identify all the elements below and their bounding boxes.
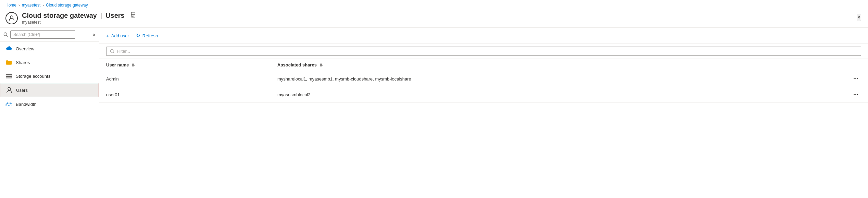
sidebar-item-label-storage: Storage accounts [16,74,50,79]
cell-shares: myasesmblocal2 [271,87,844,103]
filter-container [106,47,861,56]
table-row: Admin mysharelocal1, myasesmb1, mysmb-cl… [99,71,868,87]
sidebar-search-input[interactable] [10,30,75,39]
sidebar-item-bandwidth[interactable]: Bandwidth [0,97,99,111]
filter-row [99,44,868,59]
svg-line-6 [7,35,8,36]
page-header: Cloud storage gateway | Users myasetest … [0,10,868,28]
breadcrumb: Home › myasetest › Cloud storage gateway [0,0,868,10]
add-user-button[interactable]: + Add user [106,32,129,40]
svg-point-13 [8,105,9,106]
content-area: + Add user ↻ Refresh [99,28,868,198]
search-icon [3,32,8,37]
close-button[interactable]: × [857,14,861,21]
sidebar-search-container: « [0,28,99,42]
sidebar-item-storage-accounts[interactable]: Storage accounts [0,69,99,83]
sort-icon-username: ⇅ [131,63,135,67]
svg-rect-4 [132,16,134,17]
page-title: Cloud storage gateway | Users [22,12,136,20]
sidebar: « Overview Shares [0,28,99,198]
sidebar-item-label-shares: Shares [16,60,30,65]
svg-point-12 [8,87,11,90]
toolbar: + Add user ↻ Refresh [99,28,868,44]
print-button[interactable] [130,12,136,20]
user-icon [6,87,13,94]
resource-icon [5,12,18,24]
cell-actions: ··· [844,87,868,103]
sidebar-item-overview[interactable]: Overview [0,42,99,55]
cell-actions: ··· [844,71,868,87]
sidebar-item-shares[interactable]: Shares [0,55,99,69]
cell-shares: mysharelocal1, myasesmb1, mysmb-cloudsha… [271,71,844,87]
refresh-icon: ↻ [136,33,140,39]
breadcrumb-sep-2: › [42,3,44,7]
breadcrumb-home[interactable]: Home [5,3,16,8]
sidebar-item-label-users: Users [16,88,28,93]
col-header-actions [844,59,868,71]
breadcrumb-sep-1: › [18,3,20,7]
refresh-button[interactable]: ↻ Refresh [136,31,158,40]
bandwidth-icon [5,101,12,108]
row-actions-button[interactable]: ··· [851,90,861,99]
storage-icon [5,73,12,79]
resource-subtitle: myasetest [22,20,136,25]
filter-search-icon [110,49,115,54]
row-actions-button[interactable]: ··· [851,75,861,83]
sort-icon-shares: ⇅ [319,63,323,67]
breadcrumb-myasetest[interactable]: myasetest [22,3,41,8]
svg-rect-1 [131,12,135,15]
folder-icon [5,59,12,66]
breadcrumb-current: Cloud storage gateway [46,3,88,8]
add-icon: + [106,33,109,39]
cloud-icon [5,45,12,52]
sidebar-item-users[interactable]: Users [0,83,99,97]
sidebar-item-label-bandwidth: Bandwidth [16,102,37,107]
add-user-label: Add user [111,33,129,38]
users-table-container: User name ⇅ Associated shares ⇅ Admin [99,59,868,198]
users-table: User name ⇅ Associated shares ⇅ Admin [99,59,868,103]
col-header-username[interactable]: User name ⇅ [99,59,271,71]
filter-input[interactable] [117,49,857,54]
refresh-label: Refresh [142,33,158,38]
sidebar-item-label-overview: Overview [16,46,34,51]
table-row: user01 myasesmblocal2 ··· [99,87,868,103]
col-header-shares[interactable]: Associated shares ⇅ [271,59,844,71]
cell-username: user01 [99,87,271,103]
sidebar-collapse-button[interactable]: « [92,32,96,38]
svg-rect-7 [6,74,12,75]
cell-username: Admin [99,71,271,87]
svg-line-15 [113,52,114,53]
svg-rect-3 [132,16,134,16]
